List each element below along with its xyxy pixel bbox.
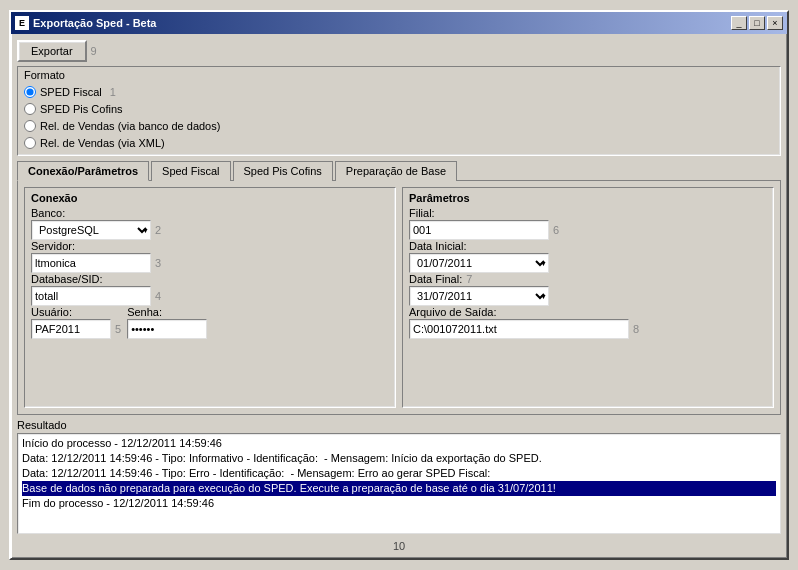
- format-piscofins-radio[interactable]: [24, 103, 36, 115]
- result-line: Data: 12/12/2011 14:59:46 - Tipo: Erro -…: [22, 466, 776, 481]
- data-inicial-field: Data Inicial: 01/07/2011: [409, 240, 767, 273]
- parametros-panel: Parâmetros Filial: 6 Data Inicial:: [402, 187, 774, 408]
- arquivo-field: Arquivo de Saída: 8: [409, 306, 767, 339]
- arquivo-label: Arquivo de Saída:: [409, 306, 767, 318]
- banco-select[interactable]: PostgreSQL: [31, 220, 151, 240]
- result-line: Fim do processo - 12/12/2011 14:59:46: [22, 496, 776, 511]
- database-badge: 4: [155, 290, 161, 302]
- result-line: Início do processo - 12/12/2011 14:59:46: [22, 436, 776, 451]
- toolbar: Exportar 9: [17, 40, 781, 62]
- app-icon: E: [15, 16, 29, 30]
- format-relvendas-banco-radio[interactable]: [24, 120, 36, 132]
- page-number: 10: [17, 540, 781, 552]
- servidor-badge: 3: [155, 257, 161, 269]
- database-field: Database/SID: 4: [31, 273, 389, 306]
- main-window: E Exportação Sped - Beta _ □ × Exportar …: [9, 10, 789, 560]
- filial-field: Filial: 6: [409, 207, 767, 240]
- conexao-group-label: Conexão: [31, 192, 389, 204]
- format-fiscal-radio[interactable]: [24, 86, 36, 98]
- arquivo-input[interactable]: [409, 319, 629, 339]
- database-input[interactable]: [31, 286, 151, 306]
- window-content: Exportar 9 Formato SPED Fiscal 1 SPED Pi…: [11, 34, 787, 558]
- format-relvendas-banco-row: Rel. de Vendas (via banco de dados): [24, 118, 774, 134]
- format-relvendas-xml-row: Rel. de Vendas (via XML): [24, 135, 774, 151]
- result-line: Data: 12/12/2011 14:59:46 - Tipo: Inform…: [22, 451, 776, 466]
- banco-badge: 2: [155, 224, 161, 236]
- arquivo-badge: 8: [633, 323, 639, 335]
- maximize-button[interactable]: □: [749, 16, 765, 30]
- export-button[interactable]: Exportar: [17, 40, 87, 62]
- banco-field: Banco: PostgreSQL 2: [31, 207, 389, 240]
- format-label: Formato: [24, 69, 774, 81]
- result-box[interactable]: Início do processo - 12/12/2011 14:59:46…: [17, 433, 781, 534]
- usuario-badge: 5: [115, 323, 121, 335]
- conexao-panel: Conexão Banco: PostgreSQL 2: [24, 187, 396, 408]
- senha-label: Senha:: [127, 306, 207, 318]
- filial-label: Filial:: [409, 207, 767, 219]
- title-bar-text: E Exportação Sped - Beta: [15, 16, 156, 30]
- format-relvendas-banco-label: Rel. de Vendas (via banco de dados): [40, 120, 220, 132]
- export-badge: 9: [91, 45, 97, 57]
- format-relvendas-xml-label: Rel. de Vendas (via XML): [40, 137, 165, 149]
- senha-field: Senha:: [127, 306, 207, 339]
- format-relvendas-xml-radio[interactable]: [24, 137, 36, 149]
- result-line: Base de dados não preparada para execuçã…: [22, 481, 776, 496]
- format-fiscal-row: SPED Fiscal 1: [24, 84, 774, 100]
- format-group: Formato SPED Fiscal 1 SPED Pis Cofins Re…: [17, 66, 781, 156]
- title-buttons: _ □ ×: [731, 16, 783, 30]
- usuario-label: Usuário:: [31, 306, 121, 318]
- result-section: Resultado Início do processo - 12/12/201…: [17, 419, 781, 534]
- tabs-container: Conexão/Parâmetros Sped Fiscal Sped Pis …: [17, 160, 781, 415]
- banco-label: Banco:: [31, 207, 389, 219]
- result-label: Resultado: [17, 419, 781, 431]
- usuario-field: Usuário: 5: [31, 306, 121, 339]
- servidor-field: Servidor: 3: [31, 240, 389, 273]
- minimize-button[interactable]: _: [731, 16, 747, 30]
- servidor-label: Servidor:: [31, 240, 389, 252]
- tab-spedfiscal[interactable]: Sped Fiscal: [151, 161, 230, 181]
- filial-badge: 6: [553, 224, 559, 236]
- usuario-senha-row: Usuário: 5 Senha:: [31, 306, 389, 339]
- servidor-input[interactable]: [31, 253, 151, 273]
- filial-input[interactable]: [409, 220, 549, 240]
- data-inicial-select[interactable]: 01/07/2011: [409, 253, 549, 273]
- usuario-input[interactable]: [31, 319, 111, 339]
- data-final-select[interactable]: 31/07/2011: [409, 286, 549, 306]
- tab-preparacao[interactable]: Preparação de Base: [335, 161, 457, 181]
- two-col-layout: Conexão Banco: PostgreSQL 2: [24, 187, 774, 408]
- data-badge: 7: [466, 273, 472, 285]
- format-fiscal-label: SPED Fiscal: [40, 86, 102, 98]
- format-piscofins-label: SPED Pis Cofins: [40, 103, 123, 115]
- format-piscofins-row: SPED Pis Cofins: [24, 101, 774, 117]
- tab-conexao[interactable]: Conexão/Parâmetros: [17, 161, 149, 181]
- data-final-label: Data Final:: [409, 273, 462, 285]
- data-inicial-label: Data Inicial:: [409, 240, 767, 252]
- close-button[interactable]: ×: [767, 16, 783, 30]
- format-fiscal-badge: 1: [110, 86, 116, 98]
- tab-content-conexao: Conexão Banco: PostgreSQL 2: [17, 180, 781, 415]
- database-label: Database/SID:: [31, 273, 389, 285]
- tabs-header: Conexão/Parâmetros Sped Fiscal Sped Pis …: [17, 160, 781, 180]
- data-final-field: Data Final: 7 31/07/2011: [409, 273, 767, 306]
- title-bar: E Exportação Sped - Beta _ □ ×: [11, 12, 787, 34]
- tab-spedpiscofins[interactable]: Sped Pis Cofins: [233, 161, 333, 181]
- senha-input[interactable]: [127, 319, 207, 339]
- parametros-group-label: Parâmetros: [409, 192, 767, 204]
